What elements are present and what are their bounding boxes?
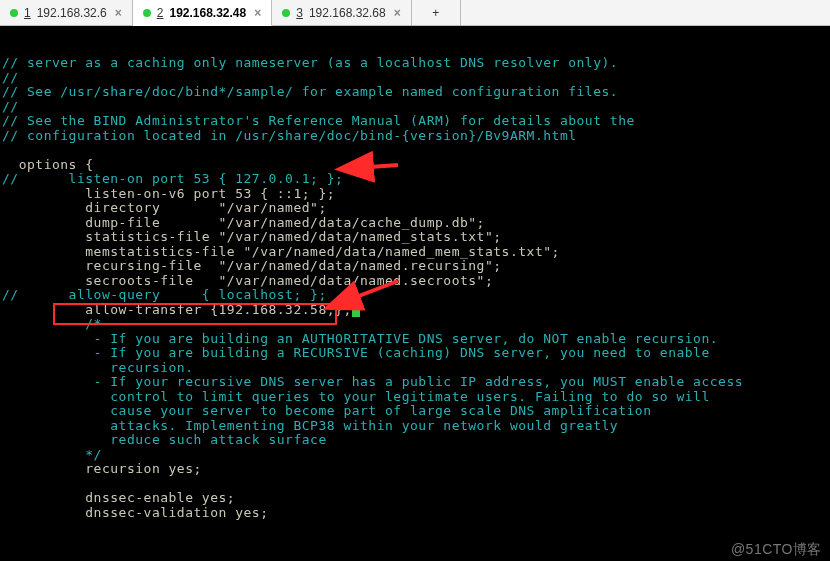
new-tab-button[interactable]: + [412,0,461,25]
code-line: directory "/var/named"; [2,201,828,216]
code-line: // [2,100,828,115]
tab-label: 192.168.32.48 [169,6,246,20]
code-line: attacks. Implementing BCP38 within your … [2,419,828,434]
tab-3[interactable]: 3 192.168.32.68 × [272,0,411,25]
code-line: recursion yes; [2,462,828,477]
status-dot-icon [10,9,18,17]
code-line: - If your recursive DNS server has a pub… [2,375,828,390]
code-line: options { [2,158,828,173]
code-line: - If you are building an AUTHORITATIVE D… [2,332,828,347]
code-line: recursion. [2,361,828,376]
code-line: recursing-file "/var/named/data/named.re… [2,259,828,274]
code-line: // See the BIND Administrator's Referenc… [2,114,828,129]
code-line: // configuration located in /usr/share/d… [2,129,828,144]
close-icon[interactable]: × [115,6,122,20]
tab-label: 192.168.32.68 [309,6,386,20]
status-dot-icon [282,9,290,17]
tab-number: 3 [296,6,303,20]
code-line: // listen-on port 53 { 127.0.0.1; }; [2,172,828,187]
tab-label: 192.168.32.6 [37,6,107,20]
code-line: // See /usr/share/doc/bind*/sample/ for … [2,85,828,100]
tab-number: 1 [24,6,31,20]
code-line: statistics-file "/var/named/data/named_s… [2,230,828,245]
code-content: // server as a caching only nameserver (… [2,56,828,520]
code-line [2,143,828,158]
code-line [2,477,828,492]
code-line: /* [2,317,828,332]
code-line: - If you are building a RECURSIVE (cachi… [2,346,828,361]
watermark: @51CTO博客 [731,542,822,557]
code-line: reduce such attack surface [2,433,828,448]
code-line: control to limit queries to your legitim… [2,390,828,405]
code-line: listen-on-v6 port 53 { ::1; }; [2,187,828,202]
code-line: // [2,71,828,86]
cursor [352,304,360,317]
close-icon[interactable]: × [394,6,401,20]
code-line: */ [2,448,828,463]
tab-number: 2 [157,6,164,20]
plus-icon: + [432,6,439,20]
status-dot-icon [143,9,151,17]
tab-1[interactable]: 1 192.168.32.6 × [0,0,133,25]
code-line: // allow-query { localhost; }; [2,288,828,303]
close-icon[interactable]: × [254,6,261,20]
code-line: memstatistics-file "/var/named/data/name… [2,245,828,260]
code-line: dnssec-validation yes; [2,506,828,521]
code-line: dnssec-enable yes; [2,491,828,506]
code-line: secroots-file "/var/named/data/named.sec… [2,274,828,289]
code-line: // server as a caching only nameserver (… [2,56,828,71]
code-line: cause your server to become part of larg… [2,404,828,419]
code-line: allow-transfer {192.168.32.58;}; [2,303,828,318]
code-line: dump-file "/var/named/data/cache_dump.db… [2,216,828,231]
terminal-editor[interactable]: // server as a caching only nameserver (… [0,26,830,561]
tab-2[interactable]: 2 192.168.32.48 × [133,0,272,26]
tab-bar: 1 192.168.32.6 × 2 192.168.32.48 × 3 192… [0,0,830,26]
